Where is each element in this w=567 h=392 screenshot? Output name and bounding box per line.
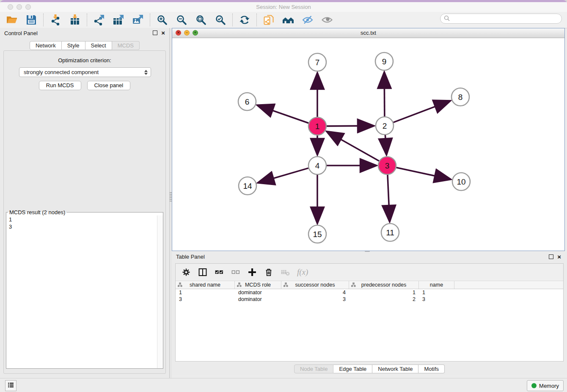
node-label-15: 15 [313,230,322,239]
edge-1-2[interactable] [327,126,373,126]
table-settings-icon[interactable] [182,268,191,277]
memory-button[interactable]: Memory [527,380,564,391]
control-panel-title: Control Panel [4,30,38,36]
window-traffic-lights [8,4,31,10]
edge-2-8[interactable] [394,101,450,123]
result-line: 1 [9,216,160,223]
node-label-6: 6 [245,97,250,106]
column-header-label: successor nodes [295,282,335,288]
mcds-result-box: MCDS result (2 nodes) 13 [6,209,163,369]
zoom-in-icon[interactable] [157,14,168,25]
table-panel-tabs: Node TableEdge TableNetwork TableMotifs [172,364,567,373]
column-header-MCDS-role[interactable]: MCDS role [235,281,281,289]
column-header-successor-nodes[interactable]: successor nodes [281,281,349,289]
table-cell: 1 [176,289,235,296]
export-table-icon[interactable] [113,14,124,25]
criterion-dropdown[interactable]: strongly connected component [19,67,151,77]
zoom-selected-icon[interactable] [215,14,226,25]
close-panel-button[interactable]: Close panel [87,81,131,90]
tab-network[interactable]: Network [30,41,62,50]
show-home-icon[interactable] [283,14,294,25]
table-row[interactable]: 1dominator411 [176,289,563,296]
edge-3-1[interactable] [328,132,379,161]
tab-edge-table[interactable]: Edge Table [333,364,372,373]
task-history-button[interactable] [5,380,17,391]
import-network-icon[interactable] [50,14,61,25]
node-label-4: 4 [315,161,320,170]
table-cell: 1 [419,289,454,296]
close-window-button[interactable] [8,4,13,10]
float-panel-icon[interactable] [153,30,157,35]
column-header-predecessor-nodes[interactable]: predecessor nodes [349,281,419,289]
table-cell: 2 [349,296,419,303]
table-panel-header: Table Panel × [172,252,567,262]
zoom-out-icon[interactable] [176,14,187,25]
function-builder-icon: f(x) [297,268,308,277]
node-label-2: 2 [383,121,387,130]
tab-network-table[interactable]: Network Table [372,364,418,373]
main-toolbar [0,12,567,28]
table-cell: 3 [176,296,235,303]
tab-motifs[interactable]: Motifs [418,364,445,373]
float-table-panel-icon[interactable] [549,254,553,259]
column-header-label: predecessor nodes [361,282,406,288]
network-minimize-icon[interactable]: − [184,30,190,36]
column-visibility-icon[interactable] [198,268,207,277]
close-panel-icon[interactable]: × [161,30,165,35]
export-network-icon[interactable] [94,14,105,25]
network-close-icon[interactable]: ✕ [176,30,181,36]
run-mcds-button[interactable]: Run MCDS [39,81,81,90]
search-input[interactable] [452,15,561,22]
network-zoom-icon[interactable]: + [193,30,198,36]
close-table-panel-icon[interactable]: × [557,254,561,259]
add-column-icon[interactable] [248,268,257,277]
search-box[interactable] [440,14,562,24]
mcds-result-title: MCDS result (2 nodes) [8,209,66,215]
title-bar: Session: New Session [0,2,567,12]
network-canvas[interactable]: 7968124314101511 [172,38,564,251]
zoom-fit-icon[interactable] [195,14,206,25]
select-all-rows-icon[interactable] [215,268,224,277]
result-scrollbar[interactable] [157,215,163,368]
node-label-14: 14 [243,182,252,190]
tab-select[interactable]: Select [85,41,112,50]
table-panel: Table Panel × f(x) shared nameMCDS roles… [172,252,567,375]
tab-style[interactable]: Style [62,41,85,50]
table-cell: dominator [235,296,281,303]
node-label-3: 3 [385,161,390,170]
export-image-icon[interactable] [132,14,143,25]
edge-4-14[interactable] [259,168,308,182]
node-label-8: 8 [458,93,463,102]
list-icon [8,382,14,389]
column-header-shared-name[interactable]: shared name [176,281,235,289]
edge-3-10[interactable] [396,168,450,179]
control-panel-tabs: NetworkStyleSelectMCDS [0,41,169,50]
column-header-name[interactable]: name [419,281,454,289]
tab-node-table[interactable]: Node Table [294,364,334,373]
table-cell: 3 [419,296,454,303]
clone-network-icon[interactable] [263,14,274,25]
deselect-all-rows-icon[interactable] [231,268,240,277]
table-cell: 4 [281,289,349,296]
open-session-icon[interactable] [6,14,17,25]
edge-2-9[interactable] [384,73,385,116]
network-window-titlebar: ✕ − + scc.txt [172,28,564,38]
save-session-icon[interactable] [26,14,37,25]
tab-mcds[interactable]: MCDS [112,41,140,50]
zoom-window-button[interactable] [25,4,31,10]
import-table-icon[interactable] [69,14,80,25]
hide-graphics-details-icon[interactable] [302,14,313,25]
delete-column-icon[interactable] [264,268,273,277]
edge-3-11[interactable] [388,175,390,221]
mcds-tab-content: Optimization criterion: strongly connect… [3,50,166,374]
network-view-window: ✕ − + scc.txt 7968124314101511 [172,28,565,251]
minimize-window-button[interactable] [17,4,22,10]
refresh-view-icon[interactable] [239,14,250,25]
edge-2-3[interactable] [385,135,386,154]
application-window: Session: New Session Control Panel × Net… [0,0,567,392]
table-row[interactable]: 3dominator323 [176,296,563,303]
session-title: Session: New Session [256,4,311,10]
edge-1-6[interactable] [258,105,308,123]
show-graphics-details-icon[interactable] [322,14,333,25]
network-window-title: scc.txt [361,30,376,36]
